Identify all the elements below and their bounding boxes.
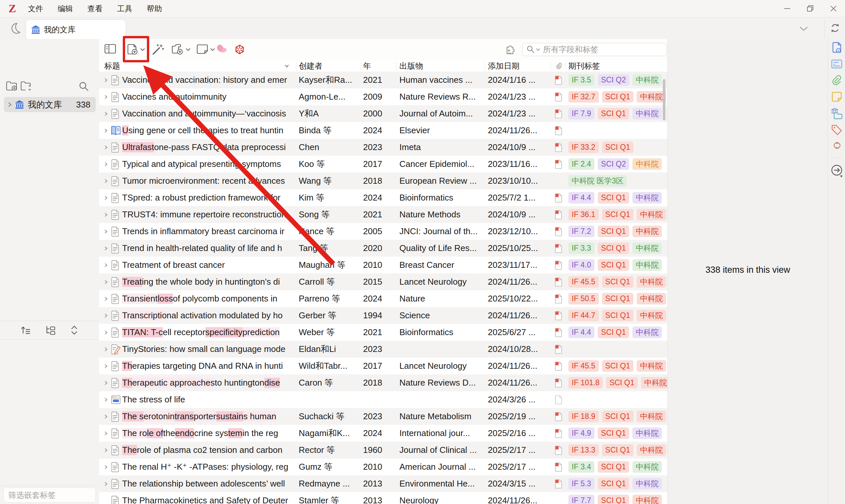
table-row[interactable]: Typical and atypical presenting symptoms… xyxy=(99,156,667,173)
row-expand-chevron-icon[interactable] xyxy=(104,173,110,189)
table-row[interactable]: Trend in health-related quality of life … xyxy=(99,240,667,257)
collections-tree-icon[interactable] xyxy=(20,81,32,91)
column-header-journal-tags[interactable]: 期刊标签 xyxy=(568,60,600,72)
table-row[interactable]: The relationship between adolescents’ we… xyxy=(99,475,667,492)
row-expand-chevron-icon[interactable] xyxy=(104,374,110,391)
table-row[interactable]: The renal H⁺ -K⁺ -ATPases: physiology, r… xyxy=(99,458,667,475)
table-row[interactable]: Therapeutic approaches to huntington dis… xyxy=(99,374,667,391)
table-row[interactable]: Trends in inflammatory breast carcinoma … xyxy=(99,223,667,240)
column-header-title[interactable]: 标题 xyxy=(104,60,120,72)
column-header-publication[interactable]: 出版物 xyxy=(399,60,423,72)
row-expand-chevron-icon[interactable] xyxy=(104,206,110,223)
close-button[interactable] xyxy=(822,0,845,17)
table-row[interactable]: Treating the whole body in huntington's … xyxy=(99,273,667,290)
add-attachment-button[interactable] xyxy=(170,43,191,55)
table-row[interactable]: The role of the endocrine system in the … xyxy=(99,425,667,442)
column-header-creator[interactable]: 创建者 xyxy=(299,60,322,72)
row-expand-chevron-icon[interactable] xyxy=(104,72,110,88)
collection-tree-icon[interactable] xyxy=(45,325,56,336)
tab-my-library[interactable]: 我的文库 xyxy=(26,19,126,40)
table-row[interactable]: The stress of life 2024/3/26 ... xyxy=(99,391,667,408)
related-items-icon[interactable] xyxy=(831,141,843,150)
menu-item[interactable]: 文件 xyxy=(28,4,43,14)
table-row[interactable]: The serotonin transporter sustains human… xyxy=(99,408,667,425)
info-icon[interactable] xyxy=(831,41,843,53)
table-row[interactable]: TinyStories: how small can language mode… xyxy=(99,341,667,358)
table-row[interactable]: Vaccines and vaccination: history and em… xyxy=(99,72,667,88)
table-row[interactable]: Treatment of breast cancer Maughan 等 201… xyxy=(99,257,667,273)
row-expand-chevron-icon[interactable] xyxy=(104,290,110,307)
table-row[interactable]: TSpred: a robust prediction framework fo… xyxy=(99,189,667,206)
row-expand-chevron-icon[interactable] xyxy=(104,358,110,374)
row-expand-chevron-icon[interactable] xyxy=(104,105,110,122)
row-expand-chevron-icon[interactable] xyxy=(104,458,110,475)
menu-item[interactable]: 编辑 xyxy=(58,4,73,14)
row-expand-chevron-icon[interactable] xyxy=(104,139,110,156)
notes-icon[interactable] xyxy=(831,91,843,103)
column-header-date-added[interactable]: 添加日期 xyxy=(488,60,520,72)
table-row[interactable]: Transient loss of polycomb components in… xyxy=(99,290,667,307)
menu-item[interactable]: 工具 xyxy=(117,4,133,14)
search-input[interactable]: 所有字段和标签 xyxy=(522,43,667,56)
row-expand-chevron-icon[interactable] xyxy=(104,408,110,425)
table-row[interactable]: The role of plasma co2 tension and carbo… xyxy=(99,442,667,458)
row-expand-chevron-icon[interactable] xyxy=(104,223,110,240)
table-row[interactable]: Vaccination and autoimmunity—‘vaccinosis… xyxy=(99,105,667,122)
petals-plugin-icon[interactable] xyxy=(216,44,228,55)
expand-collapse-all-icon[interactable] xyxy=(70,325,79,336)
menu-item[interactable]: 帮助 xyxy=(147,4,162,14)
row-expand-chevron-icon[interactable] xyxy=(104,307,110,324)
expand-chevron-icon[interactable] xyxy=(7,101,12,108)
journal-tag: IF 7.7 xyxy=(568,495,595,504)
sidebar-item-my-library[interactable]: 我的文库 338 xyxy=(4,97,96,112)
row-expand-chevron-icon[interactable] xyxy=(104,273,110,290)
search-scope-chevron-icon[interactable] xyxy=(536,48,540,52)
table-row[interactable]: Using gene or cell therapies to treat hu… xyxy=(99,122,667,139)
row-expand-chevron-icon[interactable] xyxy=(104,492,110,504)
new-note-button[interactable] xyxy=(195,43,216,55)
new-collection-icon[interactable] xyxy=(6,81,17,91)
maximize-button[interactable] xyxy=(799,0,822,17)
items-scrollbar[interactable] xyxy=(663,79,666,120)
column-header-attachment-paperclip-icon[interactable] xyxy=(555,60,563,72)
tag-filter-input[interactable]: 筛选嵌套标签 xyxy=(3,487,96,503)
sort-ascending-icon[interactable] xyxy=(20,325,31,336)
row-expand-chevron-icon[interactable] xyxy=(104,391,110,408)
add-by-identifier-wand-icon[interactable] xyxy=(151,43,164,56)
collapse-item-pane-icon[interactable] xyxy=(104,43,116,54)
table-row[interactable]: TRUST4: immune repertoire reconstruction… xyxy=(99,206,667,223)
row-expand-chevron-icon[interactable] xyxy=(104,189,110,206)
gpt-plugin-icon[interactable] xyxy=(234,44,245,55)
column-header-year[interactable]: 年 xyxy=(363,60,371,72)
tags-icon[interactable] xyxy=(831,124,843,136)
sync-icon[interactable] xyxy=(829,22,841,34)
row-expand-chevron-icon[interactable] xyxy=(104,156,110,173)
menu-item[interactable]: 查看 xyxy=(87,4,103,14)
dark-mode-moon-icon[interactable] xyxy=(9,22,21,34)
table-row[interactable]: Tumor microenvironment: recent advances … xyxy=(99,173,667,189)
locate-icon[interactable] xyxy=(831,164,844,178)
table-row[interactable]: TITAN: T-cell receptor specificity predi… xyxy=(99,324,667,341)
tab-list-chevron-icon[interactable] xyxy=(799,25,809,32)
row-expand-chevron-icon[interactable] xyxy=(104,240,110,257)
table-row[interactable]: The Pharmacokinetics and Safety of Deute… xyxy=(99,492,667,504)
sidebar-item-label: 我的文库 xyxy=(28,99,76,110)
sidebar-search-icon[interactable] xyxy=(78,81,89,92)
density-puzzle-icon[interactable] xyxy=(504,44,515,55)
row-expand-chevron-icon[interactable] xyxy=(104,88,110,105)
row-expand-chevron-icon[interactable] xyxy=(104,324,110,341)
row-expand-chevron-icon[interactable] xyxy=(104,475,110,492)
table-row[interactable]: Ultrafast one-pass FASTQ data preprocess… xyxy=(99,139,667,156)
row-expand-chevron-icon[interactable] xyxy=(104,341,110,358)
row-expand-chevron-icon[interactable] xyxy=(104,257,110,273)
table-row[interactable]: Therapies targeting DNA and RNA in hunti… xyxy=(99,358,667,374)
abstract-icon[interactable] xyxy=(831,58,843,70)
row-expand-chevron-icon[interactable] xyxy=(104,122,110,139)
table-row[interactable]: Transcriptional activation modulated by … xyxy=(99,307,667,324)
attachments-paperclip-icon[interactable] xyxy=(831,74,843,86)
libraries-collections-icon[interactable] xyxy=(831,108,843,120)
row-expand-chevron-icon[interactable] xyxy=(104,442,110,458)
minimize-button[interactable] xyxy=(776,0,799,17)
row-expand-chevron-icon[interactable] xyxy=(104,425,110,442)
table-row[interactable]: Vaccines and autoimmunity Agmon-Le... 20… xyxy=(99,88,667,105)
